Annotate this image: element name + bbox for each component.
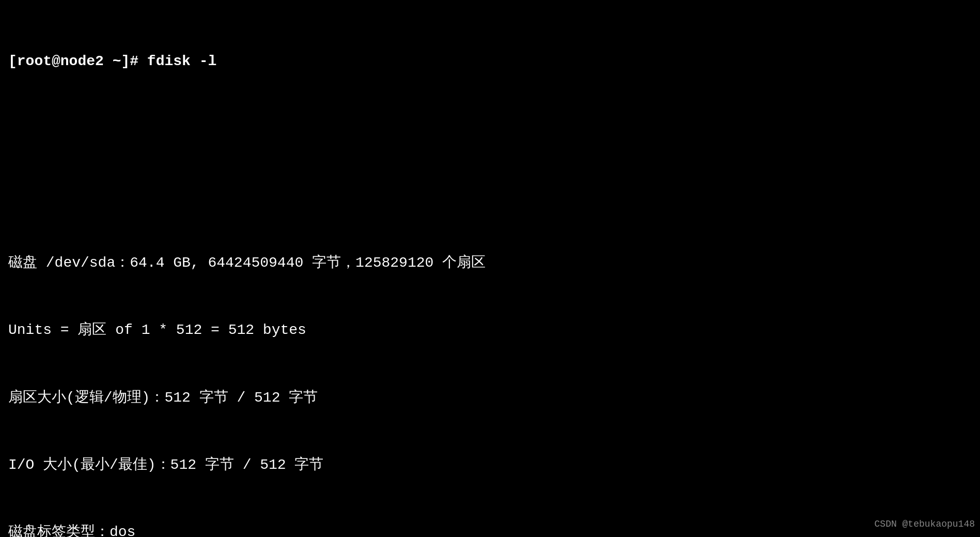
sda-disk-line: 磁盘 /dev/sda：64.4 GB, 64424509440 字节，1258… <box>8 252 972 274</box>
watermark: CSDN @tebukaopu148 <box>875 517 975 532</box>
blank-line-1 <box>8 117 972 140</box>
terminal-window: [root@node2 ~]# fdisk -l 磁盘 /dev/sda：64.… <box>8 5 972 537</box>
sda-units-line: Units = 扇区 of 1 * 512 = 512 bytes <box>8 319 972 341</box>
sda-sector-size-line: 扇区大小(逻辑/物理)：512 字节 / 512 字节 <box>8 387 972 409</box>
sda-info-section: 磁盘 /dev/sda：64.4 GB, 64424509440 字节，1258… <box>8 207 972 537</box>
sda-label-type-line: 磁盘标签类型：dos <box>8 521 972 537</box>
command-prompt: [root@node2 ~]# fdisk -l <box>8 50 972 72</box>
sda-io-size-line: I/O 大小(最小/最佳)：512 字节 / 512 字节 <box>8 454 972 476</box>
